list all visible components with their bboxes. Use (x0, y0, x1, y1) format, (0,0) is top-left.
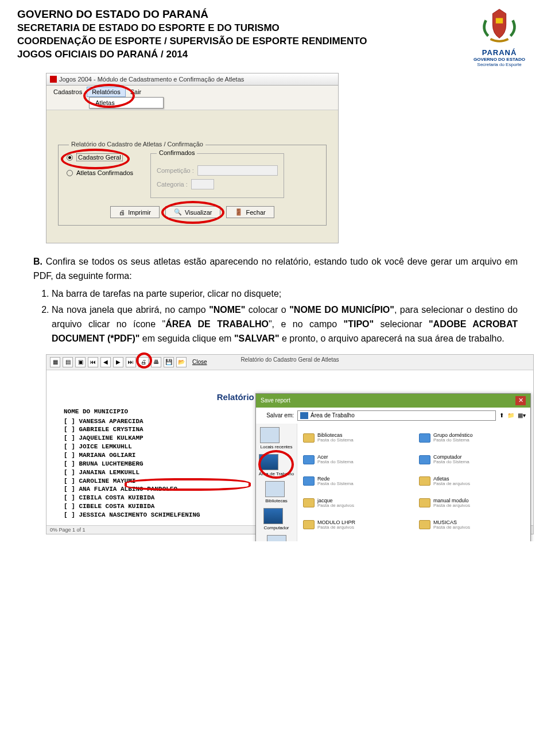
file-item[interactable]: Google DriveAtalho · 1.66 KB (303, 537, 409, 541)
libraries-place[interactable]: Bibliotecas (265, 481, 288, 503)
close-button[interactable]: Close (192, 359, 207, 365)
logo-title: PARANÁ (465, 48, 534, 57)
radio-atletas-confirmados[interactable]: Atletas Confirmados (67, 169, 133, 176)
print-icon (119, 209, 125, 216)
nav-last[interactable]: ⏭ (126, 357, 136, 367)
nav-next[interactable]: ▶ (113, 357, 123, 367)
menu-cadastros[interactable]: Cadastros (49, 87, 87, 96)
menu-relatorios[interactable]: Relatórios (87, 87, 126, 97)
nav-first[interactable]: ⏮ (88, 357, 98, 367)
up-folder-icon[interactable]: ⬆ (499, 412, 504, 418)
header-line2: SECRETARIA DE ESTADO DO ESPORTE E DO TUR… (17, 22, 367, 35)
header-line1: GOVERNO DO ESTADO DO PARANÁ (17, 7, 367, 22)
close-icon[interactable]: ✕ (515, 396, 526, 405)
dialog-titlebar: Save report ✕ (256, 394, 530, 408)
document-header: GOVERNO DO ESTADO DO PARANÁ SECRETARIA D… (17, 7, 534, 67)
coat-of-arms-icon (476, 7, 522, 47)
print-setup-button[interactable]: 🖶 (151, 357, 161, 367)
radio-label: Cadastro Geral (76, 153, 123, 161)
preview-toolbar: ▦ ▤ ▣ ⏮ ◀ ▶ ⏭ 🖨 🖶 💾 📂 Close Relatório do… (46, 355, 533, 370)
location-value: Área de Trabalho (311, 412, 355, 418)
location-select[interactable]: Área de Trabalho (297, 410, 496, 421)
radio-group: Cadastro Geral Atletas Confirmados (67, 153, 133, 176)
dialog-title: Save report (261, 397, 290, 404)
file-item[interactable]: RedePasta do Sistema (303, 471, 409, 491)
radio-cadastro-geral[interactable]: Cadastro Geral (67, 153, 133, 161)
view-menu-icon[interactable]: ▦▾ (518, 412, 526, 418)
imprimir-button[interactable]: Imprimir (110, 206, 160, 218)
preview-icon (174, 208, 182, 216)
desktop-place[interactable]: Área de Trabalho (259, 454, 294, 476)
file-item[interactable]: SkyDriveAtalho · 642 bytes (419, 537, 525, 541)
radio-icon (67, 154, 73, 161)
file-item[interactable]: AcerPasta do Sistema (303, 450, 409, 470)
lead-text: Confira se todos os seus atletas estão a… (33, 257, 518, 281)
report-panel: Relatório do Cadastro de Atletas / Confi… (58, 145, 327, 226)
lead-letter: B. (33, 257, 42, 266)
step-1: Na barra de tarefas na parte superior, c… (52, 287, 518, 301)
screenshot-report-preview: ▦ ▤ ▣ ⏮ ◀ ▶ ⏭ 🖨 🖶 💾 📂 Close Relatório do… (46, 354, 534, 534)
door-icon (235, 208, 243, 216)
panel-title: Relatório do Cadastro de Atletas / Confi… (69, 141, 205, 148)
file-item[interactable]: MODULO LHPRPasta de arquivos (303, 515, 409, 534)
instruction-block: B. Confira se todos os seus atletas estã… (33, 255, 518, 346)
places-sidebar: Locais recentes Área de Trabalho Bibliot… (256, 424, 297, 541)
file-grid: BibliotecasPasta do Sistema Grupo domést… (297, 424, 530, 541)
file-item[interactable]: jacquePasta de arquivos (303, 493, 409, 513)
file-item[interactable]: AtletasPasta de arquivos (419, 471, 525, 491)
menubar[interactable]: CadastrosRelatóriosSair Atletas (46, 86, 338, 110)
radio-label: Atletas Confirmados (76, 169, 133, 176)
network-place[interactable]: Rede (267, 535, 286, 541)
preview-window-title: Relatório do Cadastro Geral de Atletas (240, 356, 339, 363)
confirmados-group: Confirmados Competição : Categoria : (150, 153, 284, 198)
file-item[interactable]: manual moduloPasta de arquivos (419, 493, 525, 513)
nav-prev[interactable]: ◀ (100, 357, 111, 367)
file-item[interactable]: MUSICASPasta de arquivos (419, 515, 525, 534)
group-title: Confirmados (157, 149, 197, 156)
app-icon (50, 76, 57, 83)
competicao-label: Competição : (157, 167, 194, 174)
logo-sub2: Secretaria do Esporte (465, 62, 534, 67)
file-item[interactable]: BibliotecasPasta do Sistema (303, 428, 409, 448)
categoria-label: Categoria : (157, 181, 188, 188)
logo-sub1: GOVERNO DO ESTADO (465, 57, 534, 62)
state-logo: PARANÁ GOVERNO DO ESTADO Secretaria do E… (465, 7, 534, 67)
save-button[interactable]: 💾 (164, 357, 174, 367)
competicao-select[interactable] (197, 165, 278, 176)
header-line3: COORDENAÇÃO DE ESPORTE / SUPERVISÃO DE E… (17, 35, 367, 48)
save-dialog: Save report ✕ Salvar em: Área de Trabalh… (255, 393, 531, 541)
visualizar-button[interactable]: Visualizar (165, 206, 221, 218)
header-text-block: GOVERNO DO ESTADO DO PARANÁ SECRETARIA D… (17, 7, 367, 61)
file-item[interactable]: ComputadorPasta do Sistema (419, 450, 525, 470)
window-titlebar: Jogos 2004 - Módulo de Cadastramento e C… (46, 73, 338, 86)
fechar-button[interactable]: Fechar (226, 206, 274, 218)
svg-rect-0 (496, 18, 503, 23)
report-page: Relatório do Cadastro Geral de Atletas N… (46, 370, 533, 525)
window-title: Jogos 2004 - Módulo de Cadastramento e C… (59, 76, 244, 83)
categoria-select[interactable] (191, 179, 214, 189)
open-button[interactable]: 📂 (176, 357, 187, 367)
menu-sair[interactable]: Sair (126, 87, 146, 96)
new-folder-icon[interactable]: 📁 (507, 412, 514, 418)
salvar-em-label: Salvar em: (261, 412, 294, 418)
computer-place[interactable]: Computador (263, 508, 289, 530)
recent-places[interactable]: Locais recentes (260, 427, 292, 449)
file-item[interactable]: Grupo domésticoPasta do Sistema (419, 428, 525, 448)
radio-icon (67, 170, 73, 176)
toolbar-btn[interactable]: ▣ (75, 357, 86, 367)
print-button[interactable]: 🖨 (138, 357, 149, 367)
header-line4: JOGOS OFICIAIS DO PARANÁ / 2014 (17, 48, 367, 61)
desktop-icon (300, 412, 308, 419)
screenshot-app-window: Jogos 2004 - Módulo de Cadastramento e C… (46, 73, 339, 243)
submenu-atletas[interactable]: Atletas (89, 97, 164, 108)
toolbar-btn[interactable]: ▤ (63, 357, 73, 367)
step-2: Na nova janela que abrirá, no campo "NOM… (52, 303, 518, 346)
toolbar-btn[interactable]: ▦ (50, 357, 60, 367)
